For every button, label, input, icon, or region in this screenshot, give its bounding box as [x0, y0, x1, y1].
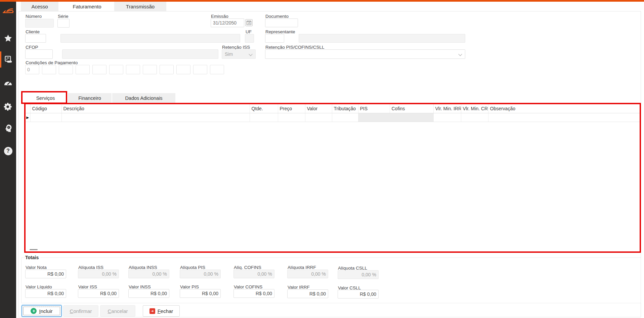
condicao-box-12[interactable]: [210, 65, 224, 74]
col-vlr-min-irrf[interactable]: Vlr. Min. IRRF: [433, 104, 461, 113]
chevron-down-icon: [249, 52, 252, 56]
incluir-label: Incluir: [39, 308, 52, 314]
assistant-head-gear-icon[interactable]: [0, 120, 16, 136]
cell-observacao[interactable]: [488, 113, 640, 122]
emissao-field[interactable]: [211, 18, 244, 27]
help-glyph: ?: [4, 147, 12, 155]
valor-irrf-field[interactable]: [287, 289, 328, 298]
aliquota-inss-label: Alíquota INSS: [129, 265, 157, 270]
invoice-module-icon[interactable]: [0, 51, 16, 68]
col-cofins[interactable]: Cofins: [390, 104, 433, 113]
help-icon[interactable]: ?: [0, 143, 16, 159]
representante-label: Representante: [265, 29, 295, 34]
condicao-box-2[interactable]: [42, 65, 56, 74]
cell-cofins: [390, 113, 433, 122]
col-tributacao[interactable]: Tributação: [332, 104, 358, 113]
aliquota-pis-label: Alíquota PIS: [180, 265, 205, 270]
favorites-star-icon[interactable]: [0, 30, 16, 46]
condicao-box-1[interactable]: [25, 65, 39, 74]
subtab-financeiro-label: Financeiro: [78, 95, 101, 101]
cell-qtde[interactable]: [250, 113, 278, 122]
retencao-iss-select[interactable]: Sim: [222, 49, 256, 59]
fechar-button[interactable]: ➜ Fechar: [143, 305, 180, 317]
valor-cofins-field[interactable]: [233, 289, 274, 298]
valor-pis-field[interactable]: [180, 289, 221, 298]
serie-field[interactable]: [57, 19, 70, 28]
cell-codigo[interactable]: [30, 113, 61, 122]
incluir-button[interactable]: + Incluir: [22, 305, 61, 317]
condicao-box-10[interactable]: [176, 65, 190, 74]
aliquota-csll-label: Alíquota CSLL: [338, 266, 367, 271]
col-codigo[interactable]: Código: [30, 104, 61, 113]
condicao-box-11[interactable]: [193, 65, 207, 74]
uf-field: [245, 34, 254, 43]
condicao-box-8[interactable]: [143, 65, 157, 74]
subtab-dados-adicionais[interactable]: Dados Adicionais: [112, 93, 175, 103]
grid-header-row: Código Descrição Qtde. Preço Valor Tribu…: [25, 104, 640, 113]
tab-acesso[interactable]: Acesso: [21, 2, 58, 11]
col-preco[interactable]: Preço: [278, 104, 305, 113]
subtab-financeiro[interactable]: Financeiro: [68, 93, 112, 103]
retencao-pis-select[interactable]: [265, 49, 465, 59]
tab-acesso-label: Acesso: [31, 4, 48, 9]
aliquota-iss-label: Alíquota ISS: [78, 265, 103, 270]
aliquota-pis-field: [180, 270, 221, 278]
tab-transmissao[interactable]: Transmissão: [114, 2, 166, 11]
horizontal-scrollbar[interactable]: [30, 249, 38, 250]
valor-liquido-label: Valor Líquido: [26, 284, 52, 289]
tab-faturamento[interactable]: Faturamento: [60, 2, 114, 11]
col-qtde[interactable]: Qtde.: [250, 104, 278, 113]
valor-pis-label: Valor PIS: [180, 284, 199, 289]
app-window: ? Acesso Faturamento Transmissão Número …: [0, 0, 644, 318]
cancelar-button: Cancelar: [100, 305, 135, 317]
valor-nota-field[interactable]: [25, 270, 66, 278]
col-valor[interactable]: Valor: [305, 104, 332, 113]
table-row[interactable]: ►: [25, 113, 640, 122]
col-observacao[interactable]: Observação: [488, 104, 640, 113]
tab-faturamento-label: Faturamento: [73, 4, 101, 9]
aliquota-csll-field: [338, 270, 379, 279]
grid-selector-header: [25, 104, 30, 113]
valor-csll-field[interactable]: [338, 290, 379, 299]
retencao-iss-label: Retenção ISS: [222, 45, 250, 50]
condicao-box-7[interactable]: [126, 65, 140, 74]
condicao-box-4[interactable]: [76, 65, 90, 74]
cell-tributacao[interactable]: [332, 113, 358, 122]
aliq-cofins-label: Alíq. COFINS: [234, 265, 261, 270]
col-pis[interactable]: PIS: [358, 104, 390, 113]
cell-vlr-min-irrf[interactable]: [433, 113, 461, 122]
condicao-box-6[interactable]: [109, 65, 123, 74]
cancelar-label: Cancelar: [108, 308, 128, 314]
cliente-code-field[interactable]: [25, 34, 46, 43]
documento-field[interactable]: [265, 18, 298, 27]
cell-descricao[interactable]: [61, 113, 250, 122]
condicao-box-5[interactable]: [92, 65, 106, 74]
cell-vlr-min-crf[interactable]: [461, 113, 488, 122]
subtab-servicos[interactable]: Serviços: [25, 93, 67, 103]
valor-inss-field[interactable]: [128, 289, 169, 298]
dashboard-gauge-icon[interactable]: [0, 75, 16, 91]
cfop-code-field[interactable]: [25, 49, 53, 59]
serie-label: Série: [58, 14, 69, 19]
calendar-icon[interactable]: 15: [245, 19, 253, 26]
row-marker-icon: ►: [25, 113, 30, 122]
subtab-servicos-label: Serviços: [36, 95, 55, 101]
emissao-label: Emissão: [211, 14, 228, 19]
retencao-pis-label: Retenção PIS/COFINS/CSLL: [265, 45, 325, 50]
tab-transmissao-label: Transmissão: [126, 4, 155, 9]
cell-preco[interactable]: [278, 113, 305, 122]
chevron-down-icon: [458, 52, 462, 56]
condicao-box-9[interactable]: [160, 65, 174, 74]
sidebar: ?: [0, 2, 16, 318]
valor-liquido-field[interactable]: [25, 289, 66, 298]
col-vlr-min-crf[interactable]: Vlr. Min. CRF: [461, 104, 488, 113]
condicao-box-3[interactable]: [59, 65, 73, 74]
settings-gear-icon[interactable]: [0, 98, 16, 115]
valor-iss-field[interactable]: [78, 289, 119, 298]
cell-valor[interactable]: [305, 113, 332, 122]
col-descricao[interactable]: Descrição: [61, 104, 250, 113]
brand-logo-icon: [1, 4, 15, 16]
confirmar-button: Confirmar: [63, 305, 98, 317]
aliquota-inss-field: [128, 270, 169, 278]
representante-code-field[interactable]: [265, 34, 284, 43]
